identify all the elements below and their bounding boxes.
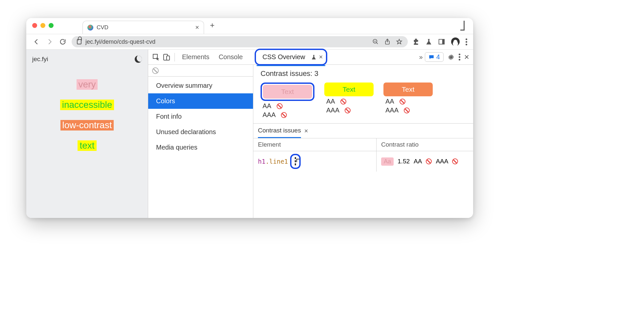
nav-colors[interactable]: Colors	[148, 93, 253, 109]
browser-tabstrip: CVD × +	[26, 18, 473, 34]
rendered-page: jec.fyi very inaccessible low-contrast t…	[26, 50, 148, 218]
bookmark-star-icon[interactable]	[396, 38, 402, 45]
tab-title: CVD	[97, 24, 108, 31]
messages-badge[interactable]: 4	[425, 52, 444, 62]
browser-toolbar: jec.fyi/demo/cds-quest-cvd	[26, 34, 473, 50]
devtools-panel: Elements Console CSS Overview × » 4	[148, 50, 473, 218]
settings-gear-icon[interactable]	[448, 54, 455, 61]
contrast-swatch-2[interactable]: Text	[324, 83, 374, 96]
forward-button[interactable]	[45, 37, 54, 46]
side-panel-icon[interactable]	[438, 38, 445, 45]
devtools-main: Contrast issues: 3 Text AA AAA Text A	[253, 65, 473, 218]
contrast-table-row[interactable]: h1.line1 Aa 1.52 AA	[253, 151, 473, 172]
fail-icon	[452, 158, 458, 164]
tab-elements[interactable]: Elements	[179, 51, 213, 63]
profile-avatar-icon[interactable]	[451, 37, 460, 46]
experiment-flask-icon	[311, 54, 316, 60]
fail-icon	[400, 99, 405, 105]
ratio-value: 1.52	[398, 158, 410, 165]
panel-close-icon[interactable]: ×	[304, 127, 308, 138]
window-close-button[interactable]	[32, 23, 37, 28]
site-label: jec.fyi	[32, 56, 48, 63]
devtools-tabbar: Elements Console CSS Overview × » 4	[148, 50, 473, 65]
demo-text-line-1: very	[77, 79, 98, 90]
share-icon[interactable]	[384, 38, 391, 45]
zoom-out-icon[interactable]	[372, 38, 379, 45]
contrast-swatch-1[interactable]: Text	[263, 85, 312, 99]
url-text: jec.fyi/demo/cds-quest-cvd	[85, 38, 155, 45]
fail-icon	[281, 112, 287, 118]
fail-icon	[404, 107, 410, 113]
swatch-highlight: Text	[261, 83, 314, 101]
demo-text-line-2: inaccessible	[60, 100, 114, 110]
devtools-sidebar: Overview summary Colors Font info Unused…	[148, 65, 253, 218]
tab-css-overview-highlight: CSS Overview ×	[255, 49, 328, 65]
favicon-icon	[87, 25, 93, 31]
window-controls	[32, 23, 54, 28]
labs-flask-icon[interactable]	[426, 38, 432, 45]
devtools-body: Overview summary Colors Font info Unused…	[148, 65, 473, 218]
swatch-group-2: Text AA AAA	[324, 83, 374, 119]
omnibox-actions	[372, 38, 402, 45]
contrast-table-header: Element Contrast ratio	[253, 138, 473, 151]
window-maximize-button[interactable]	[49, 23, 54, 28]
window-minimize-button[interactable]	[40, 23, 45, 28]
cell-contrast-ratio: Aa 1.52 AA AAA	[377, 151, 473, 172]
page-header: jec.fyi	[32, 56, 142, 63]
browser-tab[interactable]: CVD ×	[82, 21, 204, 34]
nav-font-info[interactable]: Font info	[148, 109, 253, 124]
tab-close-icon[interactable]: ×	[195, 24, 199, 31]
inspect-icon[interactable]	[152, 53, 160, 61]
contrast-issues-heading: Contrast issues: 3	[253, 65, 473, 83]
more-tabs-icon[interactable]: »	[419, 53, 421, 61]
fail-icon	[340, 99, 346, 105]
demo-text-line-4: text	[78, 140, 96, 151]
contrast-heading-prefix: Contrast issues:	[261, 69, 314, 78]
back-button[interactable]	[32, 37, 41, 46]
aa-row: AA	[261, 102, 314, 110]
new-tab-button[interactable]: +	[210, 21, 215, 30]
fail-icon	[277, 103, 283, 109]
contrast-panel-tab[interactable]: Contrast issues	[258, 127, 301, 138]
overview-nav-list: Overview summary Colors Font info Unused…	[148, 77, 253, 155]
clear-overview-row	[148, 65, 253, 77]
device-toggle-icon[interactable]	[163, 53, 171, 61]
address-bar[interactable]: jec.fyi/demo/cds-quest-cvd	[72, 36, 408, 47]
browser-window: CVD × + jec.fyi/demo/cds-quest-cvd	[26, 18, 473, 218]
svg-rect-6	[167, 56, 170, 60]
tabs-overflow-button[interactable]	[460, 22, 465, 28]
element-selector: h1.line1	[258, 158, 288, 165]
browser-menu-button[interactable]	[466, 38, 467, 45]
devtools-close-icon[interactable]: ×	[464, 52, 469, 62]
demo-text-line-3: low-contrast	[60, 120, 114, 130]
nav-unused-declarations[interactable]: Unused declarations	[148, 124, 253, 140]
col-contrast-ratio: Contrast ratio	[377, 138, 473, 151]
aaa-label: AAA	[436, 158, 448, 165]
aaa-row: AAA	[261, 111, 314, 119]
contrast-swatch-3[interactable]: Text	[383, 83, 433, 96]
nav-media-queries[interactable]: Media queries	[148, 140, 253, 155]
tab-close-icon[interactable]: ×	[319, 53, 323, 61]
scroll-into-view-icon[interactable]	[295, 157, 296, 165]
extensions-icon[interactable]	[412, 38, 420, 45]
fail-icon	[345, 107, 351, 113]
tab-css-overview[interactable]: CSS Overview	[259, 51, 309, 63]
aa-label: AA	[414, 158, 422, 165]
sample-aa-swatch: Aa	[381, 157, 394, 166]
swatch-group-1: Text AA AAA	[261, 83, 314, 119]
chevron-down-icon	[460, 21, 465, 31]
nav-overview-summary[interactable]: Overview summary	[148, 78, 253, 93]
contrast-heading-count: 3	[314, 69, 318, 78]
messages-count: 4	[436, 53, 440, 61]
content-area: jec.fyi very inaccessible low-contrast t…	[26, 50, 473, 218]
clear-icon[interactable]	[152, 67, 159, 74]
lock-icon	[77, 39, 81, 44]
theme-toggle-icon[interactable]	[135, 56, 142, 63]
fail-icon	[426, 158, 432, 164]
swatch-group-3: Text AA AAA	[383, 83, 433, 119]
col-element: Element	[253, 138, 377, 151]
reload-button[interactable]	[58, 37, 67, 46]
cell-element: h1.line1	[253, 151, 377, 172]
tab-console[interactable]: Console	[215, 51, 246, 63]
devtools-menu-icon[interactable]	[459, 54, 460, 60]
